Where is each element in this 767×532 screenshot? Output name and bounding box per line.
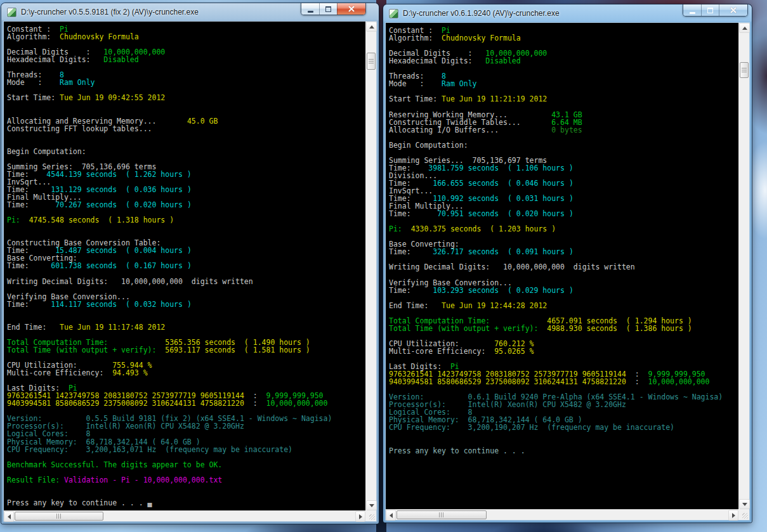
console-window-v061: D:\y-cruncher v0.6.1.9240 (AV)\y-crunche… (383, 4, 752, 522)
console-line: Constructing FFT lookup tables... (7, 125, 365, 133)
horizontal-scrollbar[interactable] (386, 509, 738, 520)
scroll-right-button[interactable] (355, 511, 365, 522)
console-line: Begin Computation: (389, 141, 738, 149)
down-arrow-icon (369, 504, 374, 507)
console-line: Press any key to continue . . . (389, 447, 738, 455)
console-line: Result File: Validation - Pi - 10,000,00… (7, 476, 365, 484)
vertical-scrollbar-thumb[interactable] (740, 62, 749, 78)
resize-grip[interactable] (365, 510, 376, 521)
console-line: Pi: 4745.548 seconds ( 1.318 hours ) (7, 216, 365, 224)
console-line: CPU Frequency: 3,200,190,207 Hz (frequen… (389, 424, 738, 431)
up-arrow-icon (369, 25, 374, 29)
close-button[interactable] (719, 4, 747, 16)
maximize-button[interactable] (701, 4, 719, 16)
console-line: Allocating I/O Buffers... 0 bytes (389, 126, 738, 134)
close-icon (730, 6, 737, 14)
minimize-button[interactable] (683, 4, 701, 16)
console-line: Time: 103.293 seconds ( 0.029 hours ) (389, 287, 738, 294)
console-area: Constant : PiAlgorithm: Chudnovsky Formu… (386, 23, 749, 520)
vertical-scrollbar-thumb[interactable] (367, 53, 376, 70)
console-line: Algorithm: Chudnovsky Formula (7, 33, 365, 41)
console-line (389, 431, 738, 439)
console-line: Time: 70.951 seconds ( 0.020 hours ) (389, 210, 738, 217)
console-line: Writing Decimal Digits: 10,000,000,000 d… (389, 263, 738, 271)
window-title: D:\y-cruncher v0.6.1.9240 (AV)\y-crunche… (403, 9, 560, 18)
maximize-icon (325, 6, 331, 12)
console-line: Time: 326.717 seconds ( 0.091 hours ) (389, 248, 738, 256)
scroll-down-button[interactable] (366, 500, 377, 510)
console-line (7, 484, 365, 491)
close-button[interactable] (337, 3, 365, 15)
scroll-left-button[interactable] (4, 511, 14, 522)
down-arrow-icon (742, 503, 747, 506)
console-line: Start Time: Tue Jun 19 09:42:55 2012 (7, 94, 365, 101)
horizontal-scrollbar-thumb[interactable] (15, 512, 103, 521)
maximize-button[interactable] (319, 3, 337, 15)
console-line: Multi-core Efficiency: 94.493 % (7, 369, 365, 377)
right-arrow-icon (359, 514, 362, 519)
console-line: Total Time (with output + verify): 4988.… (389, 325, 738, 332)
console-area: Constant : PiAlgorithm: Chudnovsky Formu… (4, 22, 376, 521)
window-controls (683, 4, 748, 16)
app-icon[interactable] (389, 9, 398, 18)
console-line: Time: 601.738 seconds ( 0.167 hours ) (7, 262, 365, 269)
window-controls (301, 3, 366, 15)
up-arrow-icon (742, 27, 747, 30)
console-line: Pi: 4330.375 seconds ( 1.203 hours ) (389, 225, 738, 233)
console-window-v055: D:\y-cruncher v0.5.5.9181 (fix 2) (AV)\y… (1, 3, 379, 524)
console-line: Start Time: Tue Jun 19 11:21:19 2012 (389, 95, 738, 103)
console-line: Time: 166.655 seconds ( 0.046 hours ) (389, 179, 738, 187)
console-line: Time: 70.267 seconds ( 0.020 hours ) (7, 201, 365, 209)
console-line: Benchmark Successful. The digits appear … (7, 461, 365, 469)
left-arrow-icon (390, 513, 393, 518)
maximize-icon (707, 8, 713, 13)
console-line: Total Time (with output + verify): 5693.… (7, 346, 365, 354)
title-bar[interactable]: D:\y-cruncher v0.6.1.9240 (AV)\y-crunche… (383, 4, 752, 23)
vertical-scrollbar[interactable] (738, 23, 749, 509)
console-line: Time: 114.117 seconds ( 0.032 hours ) (7, 301, 365, 308)
console-line: Algorithm: Chudnovsky Formula (389, 34, 738, 42)
console-line (7, 224, 365, 231)
horizontal-scrollbar[interactable] (4, 510, 365, 521)
console-line: Writing Decimal Digits: 10,000,000,000 d… (7, 278, 365, 285)
console-line: Hexadecimal Digits: Disabled (389, 57, 738, 65)
console-line: Time: 4544.139 seconds ( 1.262 hours ) (7, 171, 365, 178)
minimize-button[interactable] (301, 3, 319, 15)
minimize-icon (690, 12, 695, 14)
scroll-up-button[interactable] (739, 23, 750, 33)
console-line: 9403994581 8580686529 2375008092 3106244… (7, 399, 365, 407)
left-arrow-icon (8, 514, 11, 519)
console-line (7, 308, 365, 316)
scroll-up-button[interactable] (366, 22, 377, 32)
scroll-down-button[interactable] (739, 499, 750, 509)
window-title: D:\y-cruncher v0.5.5.9181 (fix 2) (AV)\y… (21, 8, 199, 16)
console-line: Time: 3981.759 seconds ( 1.106 hours ) (389, 164, 738, 172)
title-bar[interactable]: D:\y-cruncher v0.5.5.9181 (fix 2) (AV)\y… (1, 3, 379, 22)
resize-grip[interactable] (738, 509, 749, 520)
console-screen[interactable]: Constant : PiAlgorithm: Chudnovsky Formu… (4, 22, 365, 510)
console-line: Begin Computation: (7, 148, 365, 155)
minimize-icon (308, 11, 313, 13)
vertical-scrollbar[interactable] (365, 22, 376, 510)
console-line: Hexadecimal Digits: Disabled (7, 56, 365, 63)
console-line: CPU Frequency: 3,200,163,071 Hz (frequen… (7, 446, 365, 453)
console-line: Multi-core Efficiency: 95.0265 % (389, 347, 738, 355)
console-line (7, 101, 365, 109)
right-arrow-icon (732, 513, 735, 518)
console-line: End Time: Tue Jun 19 11:17:48 2012 (7, 323, 365, 331)
console-line: Press any key to continue . . . ▄ (7, 499, 365, 507)
console-line: Mode : Ram Only (7, 79, 365, 86)
horizontal-scrollbar-thumb[interactable] (397, 510, 487, 519)
console-line: Mode : Ram Only (389, 80, 738, 88)
console-line (7, 133, 365, 140)
console-screen[interactable]: Constant : PiAlgorithm: Chudnovsky Formu… (386, 23, 738, 509)
console-line: 9403994581 8580686529 2375008092 3106244… (389, 378, 738, 386)
scroll-right-button[interactable] (728, 510, 738, 521)
scroll-left-button[interactable] (386, 510, 396, 521)
close-icon (348, 5, 355, 13)
app-icon[interactable] (7, 8, 16, 17)
console-line: End Time: Tue Jun 19 12:44:28 2012 (389, 302, 738, 309)
